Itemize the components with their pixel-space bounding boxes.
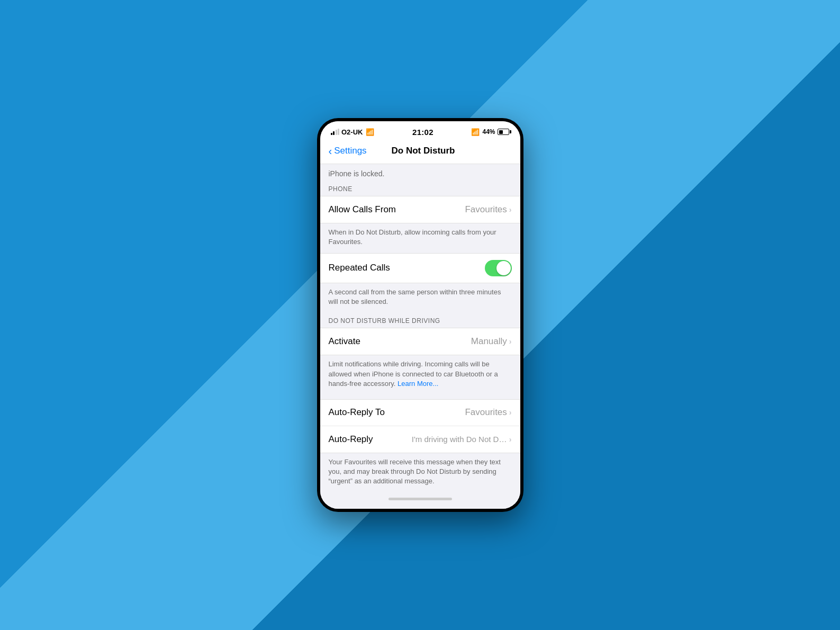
section-header-dnd-driving: DO NOT DISTURB WHILE DRIVING xyxy=(320,313,520,328)
signal-bar-4 xyxy=(338,129,339,135)
auto-reply-value: I'm driving with Do Not Distu... › xyxy=(412,435,512,444)
allow-calls-from-value: Favourites › xyxy=(465,204,511,215)
allow-calls-from-row[interactable]: Allow Calls From Favourites › xyxy=(320,196,520,223)
home-indicator xyxy=(389,498,452,500)
auto-reply-current: I'm driving with Do Not Distu... xyxy=(412,435,507,444)
auto-reply-group: Auto-Reply To Favourites › Auto-Reply I'… xyxy=(320,399,520,453)
auto-reply-description: Your Favourites will receive this messag… xyxy=(320,453,520,493)
back-label: Settings xyxy=(334,146,366,156)
repeated-calls-description: A second call from the same person withi… xyxy=(320,283,520,313)
auto-reply-chevron-icon: › xyxy=(509,435,512,444)
auto-reply-to-row[interactable]: Auto-Reply To Favourites › xyxy=(320,400,520,426)
repeated-calls-row: Repeated Calls xyxy=(320,254,520,283)
allow-calls-chevron-icon: › xyxy=(509,205,512,214)
back-button[interactable]: ‹ Settings xyxy=(329,145,367,157)
dnd-driving-group: Activate Manually › xyxy=(320,328,520,355)
home-indicator-area xyxy=(320,492,520,509)
status-bar: O2-UK 📶 21:02 📶 44% xyxy=(320,121,520,141)
signal-bar-2 xyxy=(333,131,335,135)
auto-reply-to-label: Auto-Reply To xyxy=(329,407,385,418)
signal-bars xyxy=(331,129,340,135)
repeated-calls-label: Repeated Calls xyxy=(329,263,390,273)
auto-reply-label: Auto-Reply xyxy=(329,434,373,445)
activate-value: Manually › xyxy=(471,336,512,347)
section-header-phone: PHONE xyxy=(320,181,520,196)
battery-fill xyxy=(499,130,503,134)
auto-reply-row[interactable]: Auto-Reply I'm driving with Do Not Distu… xyxy=(320,426,520,453)
wifi-icon: 📶 xyxy=(366,128,374,136)
signal-bar-3 xyxy=(336,130,337,135)
battery-percent: 44% xyxy=(482,128,495,136)
activate-chevron-icon: › xyxy=(509,337,512,346)
settings-content: iPhone is locked. PHONE Allow Calls From… xyxy=(320,164,520,493)
auto-reply-to-chevron-icon: › xyxy=(509,408,512,417)
allow-calls-description: When in Do Not Disturb, allow incoming c… xyxy=(320,223,520,253)
bluetooth-icon: 📶 xyxy=(471,128,480,136)
battery-container xyxy=(498,129,509,135)
signal-bar-1 xyxy=(331,133,332,135)
learn-more-link[interactable]: Learn More... xyxy=(398,380,438,388)
back-chevron-icon: ‹ xyxy=(329,145,332,157)
status-left: O2-UK 📶 xyxy=(331,128,375,136)
page-title: Do Not Disturb xyxy=(367,146,480,156)
repeated-calls-toggle[interactable] xyxy=(485,260,512,276)
activate-row[interactable]: Activate Manually › xyxy=(320,328,520,355)
phone-group: Allow Calls From Favourites › xyxy=(320,196,520,223)
activate-description: Limit notifications while driving. Incom… xyxy=(320,355,520,395)
allow-calls-from-label: Allow Calls From xyxy=(329,204,396,215)
toggle-thumb xyxy=(496,261,511,275)
status-time: 21:02 xyxy=(412,128,433,137)
battery-icon xyxy=(498,129,509,135)
phone-screen: O2-UK 📶 21:02 📶 44% ‹ Settings Do Not Di… xyxy=(320,121,520,509)
nav-bar: ‹ Settings Do Not Disturb xyxy=(320,141,520,164)
top-partial-text: iPhone is locked. xyxy=(320,164,520,181)
status-right: 📶 44% xyxy=(471,128,509,136)
carrier-label: O2-UK xyxy=(341,128,363,136)
auto-reply-to-value: Favourites › xyxy=(465,407,511,418)
allow-calls-from-current: Favourites xyxy=(465,204,507,215)
activate-label: Activate xyxy=(329,336,360,347)
repeated-calls-group: Repeated Calls xyxy=(320,253,520,283)
activate-current: Manually xyxy=(471,336,507,347)
phone-frame: O2-UK 📶 21:02 📶 44% ‹ Settings Do Not Di… xyxy=(317,118,523,512)
auto-reply-to-current: Favourites xyxy=(465,407,507,418)
